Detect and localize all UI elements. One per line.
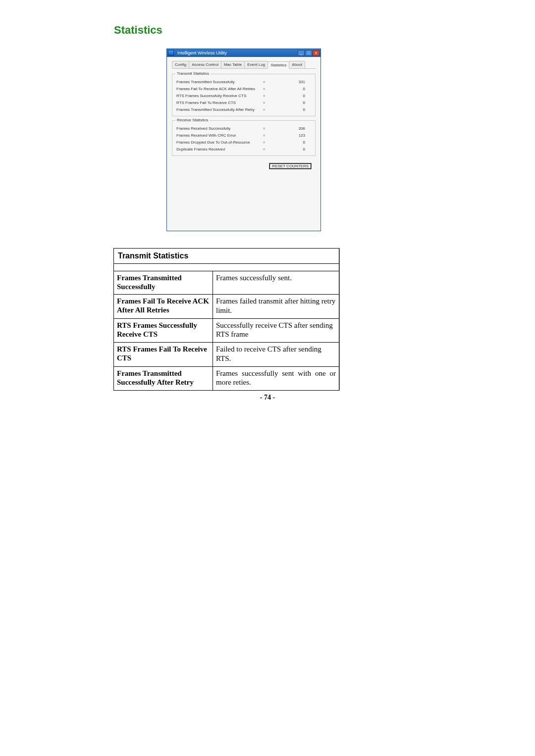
close-button[interactable]: x [313, 50, 320, 56]
definitions-header: Transmit Statistics [114, 249, 339, 264]
stat-row: Duplicate Frames Received = 0 [176, 146, 311, 152]
table-row: Frames Transmitted Successfully Frames s… [114, 271, 339, 295]
stat-row: Frames Transmitted Successfully = 331 [176, 78, 311, 85]
def-desc: Frames failed transmit after hitting ret… [216, 297, 336, 315]
equals-sign: = [261, 87, 268, 91]
def-term: RTS Frames Fail To Receive CTS [117, 345, 210, 362]
stat-value: 0 [268, 87, 311, 91]
table-row: Frames Transmitted Successfully After Re… [114, 366, 339, 391]
def-term: Frames Fail To Receive ACK After All Ret… [117, 297, 210, 314]
stat-label: RTS Frames Successfully Receive CTS [176, 94, 261, 98]
stat-row: RTS Frames Successfully Receive CTS = 0 [176, 92, 311, 99]
stat-label: Frames Received With CRC Error [176, 133, 261, 138]
equals-sign: = [261, 94, 268, 98]
stat-value: 0 [268, 101, 311, 105]
tab-access-control[interactable]: Access Control [189, 61, 221, 68]
app-icon [168, 50, 174, 56]
dialog-body: Config Access Control Mac Table Event Lo… [167, 57, 321, 231]
window-buttons: _ □ x [298, 50, 320, 56]
table-row: Frames Fail To Receive ACK After All Ret… [114, 295, 339, 319]
tab-config[interactable]: Config [172, 61, 189, 68]
stat-value: 0 [268, 107, 311, 112]
page-number: - 74 - [0, 394, 535, 402]
receive-legend: Receive Statistics [175, 118, 210, 122]
stat-value: 206 [268, 126, 311, 131]
tab-event-log[interactable]: Event Log [244, 61, 268, 68]
stat-value: 0 [268, 140, 311, 145]
stat-label: Frames Transmitted Successfully After Re… [176, 107, 261, 112]
stat-label: Duplicate Frames Received [176, 147, 261, 151]
stat-row: Frames Received With CRC Error = 123 [176, 132, 311, 139]
tab-statistics[interactable]: Statistics [268, 61, 289, 69]
transmit-legend: Transmit Statistics [175, 71, 211, 76]
def-desc: Frames successfully sent. [216, 273, 336, 283]
stat-row: Frames Dropped Due To Out-of-Resource = … [176, 139, 311, 146]
tab-mac-table[interactable]: Mac Table [221, 61, 245, 68]
def-desc: Failed to receive CTS after sending RTS. [216, 345, 336, 363]
wireless-utility-dialog: Intelligent Wireless Utility _ □ x Confi… [166, 49, 321, 231]
dialog-title: Intelligent Wireless Utility [175, 50, 227, 55]
def-desc: Successfully receive CTS after sending R… [216, 321, 336, 340]
def-desc: Frames successfully sent with one or mor… [216, 369, 336, 388]
reset-bar: RESET COUNTERS [172, 163, 312, 169]
stat-row: Frames Fail To Receive ACK After All Ret… [176, 85, 311, 92]
stat-row: Frames Received Successfully = 206 [176, 125, 311, 132]
def-term: Frames Transmitted Successfully After Re… [117, 369, 210, 387]
stat-label: Frames Received Successfully [176, 126, 261, 131]
definitions-table-container: Transmit Statistics Frames Transmitted S… [113, 248, 340, 391]
equals-sign: = [261, 101, 268, 105]
stat-value: 0 [268, 147, 311, 151]
receive-statistics-group: Receive Statistics Frames Received Succe… [172, 120, 316, 156]
equals-sign: = [261, 107, 268, 112]
equals-sign: = [261, 147, 268, 151]
dialog-spacer [172, 169, 316, 224]
table-row: RTS Frames Fail To Receive CTS Failed to… [114, 343, 339, 367]
tab-about[interactable]: About [289, 61, 305, 68]
equals-sign: = [261, 133, 268, 138]
table-gap [114, 264, 339, 271]
stat-row: Frames Transmitted Successfully After Re… [176, 106, 311, 113]
page-heading: Statistics [114, 24, 535, 37]
definitions-table: Transmit Statistics Frames Transmitted S… [113, 248, 339, 391]
stat-label: RTS Frames Fail To Receive CTS [176, 101, 261, 105]
stat-label: Frames Dropped Due To Out-of-Resource [176, 140, 261, 145]
stat-value: 123 [268, 133, 311, 138]
transmit-statistics-group: Transmit Statistics Frames Transmitted S… [172, 74, 316, 116]
equals-sign: = [261, 126, 268, 131]
stat-label: Frames Transmitted Successfully [176, 80, 261, 84]
reset-counters-button[interactable]: RESET COUNTERS [269, 163, 312, 169]
stat-value: 0 [268, 94, 311, 98]
maximize-button[interactable]: □ [305, 50, 312, 56]
tab-strip: Config Access Control Mac Table Event Lo… [172, 61, 316, 69]
dialog-titlebar: Intelligent Wireless Utility _ □ x [167, 49, 321, 57]
stat-value: 331 [268, 80, 311, 84]
def-term: RTS Frames Successfully Receive CTS [117, 321, 210, 339]
stat-label: Frames Fail To Receive ACK After All Ret… [176, 87, 261, 91]
titlebar-left: Intelligent Wireless Utility [168, 50, 227, 56]
page-root: Statistics Intelligent Wireless Utility … [0, 0, 535, 402]
stat-row: RTS Frames Fail To Receive CTS = 0 [176, 99, 311, 106]
def-term: Frames Transmitted Successfully [117, 273, 210, 291]
table-row: RTS Frames Successfully Receive CTS Succ… [114, 318, 339, 343]
minimize-button[interactable]: _ [298, 50, 305, 56]
equals-sign: = [261, 140, 268, 145]
equals-sign: = [261, 80, 268, 84]
